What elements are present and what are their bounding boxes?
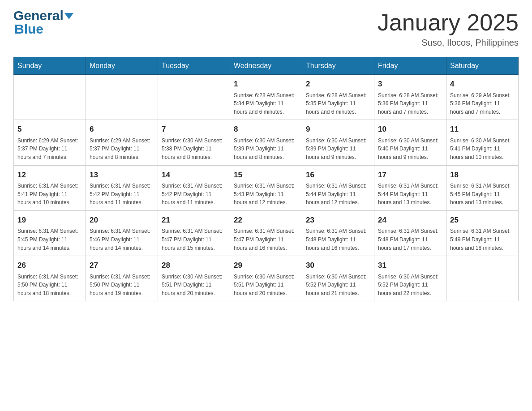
calendar-cell: 29Sunrise: 6:30 AM Sunset: 5:51 PM Dayli… bbox=[230, 256, 302, 301]
calendar-cell: 10Sunrise: 6:30 AM Sunset: 5:40 PM Dayli… bbox=[374, 120, 446, 165]
day-number: 19 bbox=[17, 214, 82, 226]
day-info: Sunrise: 6:31 AM Sunset: 5:47 PM Dayligh… bbox=[234, 227, 298, 252]
calendar-cell: 22Sunrise: 6:31 AM Sunset: 5:47 PM Dayli… bbox=[230, 210, 302, 256]
weekday-header-tuesday: Tuesday bbox=[158, 57, 230, 75]
calendar-header-row: SundayMondayTuesdayWednesdayThursdayFrid… bbox=[14, 57, 519, 75]
calendar-cell: 12Sunrise: 6:31 AM Sunset: 5:41 PM Dayli… bbox=[14, 165, 86, 210]
day-number: 21 bbox=[162, 214, 226, 226]
calendar-cell: 2Sunrise: 6:28 AM Sunset: 5:35 PM Daylig… bbox=[302, 75, 374, 120]
calendar-week-4: 19Sunrise: 6:31 AM Sunset: 5:45 PM Dayli… bbox=[14, 210, 519, 256]
logo-line1: General bbox=[13, 9, 73, 22]
day-info: Sunrise: 6:29 AM Sunset: 5:37 PM Dayligh… bbox=[17, 137, 82, 162]
day-number: 3 bbox=[378, 78, 442, 90]
calendar-cell: 15Sunrise: 6:31 AM Sunset: 5:43 PM Dayli… bbox=[230, 165, 302, 210]
calendar-cell: 26Sunrise: 6:31 AM Sunset: 5:50 PM Dayli… bbox=[14, 256, 86, 301]
calendar-week-5: 26Sunrise: 6:31 AM Sunset: 5:50 PM Dayli… bbox=[14, 256, 519, 301]
day-info: Sunrise: 6:30 AM Sunset: 5:38 PM Dayligh… bbox=[162, 137, 226, 162]
day-info: Sunrise: 6:30 AM Sunset: 5:52 PM Dayligh… bbox=[306, 273, 370, 298]
page-header: General Blue January 2025 Suso, Ilocos, … bbox=[13, 9, 519, 48]
calendar-cell: 17Sunrise: 6:31 AM Sunset: 5:44 PM Dayli… bbox=[374, 165, 446, 210]
calendar-cell: 28Sunrise: 6:30 AM Sunset: 5:51 PM Dayli… bbox=[158, 256, 230, 301]
day-number: 31 bbox=[378, 260, 442, 271]
calendar-cell: 16Sunrise: 6:31 AM Sunset: 5:44 PM Dayli… bbox=[302, 165, 374, 210]
weekday-header-monday: Monday bbox=[86, 57, 158, 75]
calendar-cell: 31Sunrise: 6:30 AM Sunset: 5:52 PM Dayli… bbox=[374, 256, 446, 301]
title-block: January 2025 Suso, Ilocos, Philippines bbox=[378, 9, 519, 48]
day-number: 23 bbox=[306, 214, 370, 226]
day-number: 27 bbox=[90, 260, 154, 271]
day-info: Sunrise: 6:30 AM Sunset: 5:52 PM Dayligh… bbox=[378, 273, 442, 298]
weekday-header-thursday: Thursday bbox=[302, 57, 374, 75]
day-number: 6 bbox=[90, 124, 154, 135]
calendar-cell: 18Sunrise: 6:31 AM Sunset: 5:45 PM Dayli… bbox=[446, 165, 519, 210]
day-number: 17 bbox=[378, 169, 442, 181]
calendar-cell: 8Sunrise: 6:30 AM Sunset: 5:39 PM Daylig… bbox=[230, 120, 302, 165]
day-info: Sunrise: 6:31 AM Sunset: 5:48 PM Dayligh… bbox=[378, 227, 442, 252]
day-info: Sunrise: 6:28 AM Sunset: 5:35 PM Dayligh… bbox=[306, 91, 370, 116]
day-info: Sunrise: 6:29 AM Sunset: 5:36 PM Dayligh… bbox=[450, 91, 515, 116]
calendar-week-3: 12Sunrise: 6:31 AM Sunset: 5:41 PM Dayli… bbox=[14, 165, 519, 210]
day-number: 12 bbox=[17, 169, 82, 181]
day-info: Sunrise: 6:31 AM Sunset: 5:42 PM Dayligh… bbox=[90, 182, 154, 207]
day-info: Sunrise: 6:28 AM Sunset: 5:36 PM Dayligh… bbox=[378, 91, 442, 116]
calendar-cell: 25Sunrise: 6:31 AM Sunset: 5:49 PM Dayli… bbox=[446, 210, 519, 256]
calendar-cell: 11Sunrise: 6:30 AM Sunset: 5:41 PM Dayli… bbox=[446, 120, 519, 165]
calendar-cell: 21Sunrise: 6:31 AM Sunset: 5:47 PM Dayli… bbox=[158, 210, 230, 256]
day-info: Sunrise: 6:31 AM Sunset: 5:42 PM Dayligh… bbox=[162, 182, 226, 207]
day-number: 22 bbox=[234, 214, 298, 226]
day-number: 8 bbox=[234, 124, 298, 135]
calendar-cell: 14Sunrise: 6:31 AM Sunset: 5:42 PM Dayli… bbox=[158, 165, 230, 210]
weekday-header-sunday: Sunday bbox=[14, 57, 86, 75]
weekday-header-friday: Friday bbox=[374, 57, 446, 75]
day-info: Sunrise: 6:29 AM Sunset: 5:37 PM Dayligh… bbox=[90, 137, 154, 162]
calendar-cell: 13Sunrise: 6:31 AM Sunset: 5:42 PM Dayli… bbox=[86, 165, 158, 210]
day-number: 20 bbox=[90, 214, 154, 226]
calendar-cell: 30Sunrise: 6:30 AM Sunset: 5:52 PM Dayli… bbox=[302, 256, 374, 301]
day-number: 7 bbox=[162, 124, 226, 135]
day-number: 4 bbox=[450, 78, 515, 90]
day-info: Sunrise: 6:31 AM Sunset: 5:48 PM Dayligh… bbox=[306, 227, 370, 252]
calendar-week-1: 1Sunrise: 6:28 AM Sunset: 5:34 PM Daylig… bbox=[14, 75, 519, 120]
calendar-cell: 9Sunrise: 6:30 AM Sunset: 5:39 PM Daylig… bbox=[302, 120, 374, 165]
calendar-cell: 5Sunrise: 6:29 AM Sunset: 5:37 PM Daylig… bbox=[14, 120, 86, 165]
day-number: 24 bbox=[378, 214, 442, 226]
day-info: Sunrise: 6:31 AM Sunset: 5:44 PM Dayligh… bbox=[378, 182, 442, 207]
calendar-cell: 3Sunrise: 6:28 AM Sunset: 5:36 PM Daylig… bbox=[374, 75, 446, 120]
calendar-cell: 4Sunrise: 6:29 AM Sunset: 5:36 PM Daylig… bbox=[446, 75, 519, 120]
calendar-cell: 20Sunrise: 6:31 AM Sunset: 5:46 PM Dayli… bbox=[86, 210, 158, 256]
calendar-cell bbox=[14, 75, 86, 120]
calendar-week-2: 5Sunrise: 6:29 AM Sunset: 5:37 PM Daylig… bbox=[14, 120, 519, 165]
day-info: Sunrise: 6:28 AM Sunset: 5:34 PM Dayligh… bbox=[234, 91, 298, 116]
day-info: Sunrise: 6:31 AM Sunset: 5:41 PM Dayligh… bbox=[17, 182, 82, 207]
location-title: Suso, Ilocos, Philippines bbox=[378, 38, 519, 48]
calendar-cell: 7Sunrise: 6:30 AM Sunset: 5:38 PM Daylig… bbox=[158, 120, 230, 165]
logo-arrow-icon bbox=[64, 13, 73, 19]
calendar-cell: 24Sunrise: 6:31 AM Sunset: 5:48 PM Dayli… bbox=[374, 210, 446, 256]
day-number: 2 bbox=[306, 78, 370, 90]
day-info: Sunrise: 6:30 AM Sunset: 5:51 PM Dayligh… bbox=[162, 273, 226, 298]
day-number: 9 bbox=[306, 124, 370, 135]
weekday-header-wednesday: Wednesday bbox=[230, 57, 302, 75]
day-number: 10 bbox=[378, 124, 442, 135]
day-number: 28 bbox=[162, 260, 226, 271]
calendar-cell bbox=[86, 75, 158, 120]
calendar-cell: 19Sunrise: 6:31 AM Sunset: 5:45 PM Dayli… bbox=[14, 210, 86, 256]
day-info: Sunrise: 6:31 AM Sunset: 5:45 PM Dayligh… bbox=[17, 227, 82, 252]
calendar-cell: 27Sunrise: 6:31 AM Sunset: 5:50 PM Dayli… bbox=[86, 256, 158, 301]
day-number: 18 bbox=[450, 169, 515, 181]
calendar-cell bbox=[446, 256, 519, 301]
day-info: Sunrise: 6:31 AM Sunset: 5:46 PM Dayligh… bbox=[90, 227, 154, 252]
logo-blue-text: Blue bbox=[13, 22, 73, 36]
day-info: Sunrise: 6:31 AM Sunset: 5:50 PM Dayligh… bbox=[90, 273, 154, 298]
day-info: Sunrise: 6:31 AM Sunset: 5:50 PM Dayligh… bbox=[17, 273, 82, 298]
day-number: 29 bbox=[234, 260, 298, 271]
day-number: 5 bbox=[17, 124, 82, 135]
calendar-cell: 23Sunrise: 6:31 AM Sunset: 5:48 PM Dayli… bbox=[302, 210, 374, 256]
day-info: Sunrise: 6:30 AM Sunset: 5:51 PM Dayligh… bbox=[234, 273, 298, 298]
logo-general-text: General bbox=[13, 9, 64, 22]
day-info: Sunrise: 6:31 AM Sunset: 5:44 PM Dayligh… bbox=[306, 182, 370, 207]
day-number: 25 bbox=[450, 214, 515, 226]
month-title: January 2025 bbox=[378, 9, 519, 36]
day-info: Sunrise: 6:31 AM Sunset: 5:43 PM Dayligh… bbox=[234, 182, 298, 207]
logo: General Blue bbox=[13, 9, 73, 36]
